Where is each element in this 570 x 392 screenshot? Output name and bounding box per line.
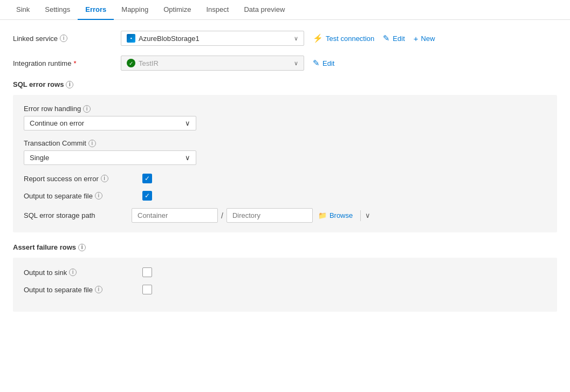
storage-path-label: SQL error storage path [24,211,132,219]
linked-service-chevron-icon: ∨ [294,35,298,42]
assert-output-separate-file-checkbox[interactable] [142,285,152,294]
output-to-sink-label: Output to sink i [24,269,142,277]
transaction-commit-chevron-icon: ∨ [185,154,190,162]
error-row-handling-label: Error row handling i [24,105,546,113]
error-row-handling-info-icon: i [83,105,91,113]
sql-error-rows-box: Error row handling i Continue on error ∨… [13,95,557,232]
linked-service-actions: ⚡ Test connection ✎ Edit + New [313,33,435,43]
path-chevron-icon[interactable]: ∨ [363,211,373,219]
main-content: Linked service i ▪ AzureBlobStorage1 ∨ ⚡… [0,20,570,333]
linked-service-label: Linked service i [13,35,121,43]
integration-runtime-actions: ✎ Edit [313,58,334,68]
browse-button[interactable]: 📁 Browse [313,211,358,219]
test-connection-button[interactable]: ⚡ Test connection [313,33,374,43]
linked-service-dropdown[interactable]: ▪ AzureBlobStorage1 ∨ [121,31,304,46]
sql-error-rows-header: SQL error rows i [13,80,557,88]
container-input[interactable] [132,208,218,223]
report-success-label: Report success on error i [24,175,142,183]
assert-failure-rows-info-icon: i [78,244,86,251]
assert-failure-rows-header: Assert failure rows i [13,243,557,251]
assert-output-separate-file-info-icon: i [95,286,102,293]
error-row-handling-chevron-icon: ∨ [185,119,190,127]
sql-error-rows-section: SQL error rows i Error row handling i Co… [13,80,557,232]
path-separator: / [218,211,226,220]
report-success-checkbox[interactable]: ✓ [142,174,152,183]
test-connection-icon: ⚡ [313,33,323,43]
folder-icon: 📁 [318,211,327,219]
directory-input[interactable] [226,208,313,223]
assert-output-separate-file-label: Output to separate file i [24,286,142,294]
output-separate-file-info-icon: i [95,192,102,200]
output-to-sink-checkbox[interactable] [142,267,152,277]
sql-error-rows-info-icon: i [66,81,73,88]
linked-service-row: Linked service i ▪ AzureBlobStorage1 ∨ ⚡… [13,31,557,46]
transaction-commit-group: Transaction Commit i Single ∨ [24,139,546,165]
tab-mapping[interactable]: Mapping [114,0,156,20]
path-inputs: / 📁 Browse ∨ [132,208,373,223]
integration-runtime-dropdown[interactable]: ✓ TestIR ∨ [121,56,304,71]
transaction-commit-dropdown[interactable]: Single ∨ [24,150,196,165]
output-to-sink-info-icon: i [69,269,77,276]
assert-output-separate-file-row: Output to separate file i [24,285,546,294]
tab-inspect[interactable]: Inspect [198,0,236,20]
output-to-sink-row: Output to sink i [24,267,546,277]
new-linked-service-icon: + [414,34,418,43]
integration-runtime-row: Integration runtime * ✓ TestIR ∨ ✎ Edit [13,56,557,71]
error-row-handling-dropdown[interactable]: Continue on error ∨ [24,116,196,130]
azure-blob-icon: ▪ [127,34,135,43]
tab-data-preview[interactable]: Data preview [236,0,292,20]
tab-errors[interactable]: Errors [78,0,114,20]
report-success-on-error-row: Report success on error i ✓ [24,174,546,183]
tab-bar: Sink Settings Errors Mapping Optimize In… [0,0,570,20]
error-row-handling-group: Error row handling i Continue on error ∨ [24,105,546,130]
runtime-status-icon: ✓ [127,59,135,67]
tab-settings[interactable]: Settings [37,0,78,20]
report-success-info-icon: i [101,175,108,182]
output-separate-file-row: Output to separate file i ✓ [24,191,546,201]
linked-service-info-icon: i [60,35,67,42]
path-divider [360,210,361,221]
assert-failure-rows-section: Assert failure rows i Output to sink i O… [13,243,557,312]
transaction-commit-label: Transaction Commit i [24,139,546,147]
edit-integration-runtime-button[interactable]: ✎ Edit [313,58,334,68]
integration-runtime-label: Integration runtime * [13,59,121,67]
transaction-commit-info-icon: i [88,140,96,147]
new-linked-service-button[interactable]: + New [414,34,435,43]
edit-runtime-icon: ✎ [313,58,320,68]
output-separate-file-checkbox[interactable]: ✓ [142,191,152,201]
sql-error-storage-path-row: SQL error storage path / 📁 Browse ∨ [24,208,546,223]
tab-optimize[interactable]: Optimize [156,0,198,20]
tab-sink[interactable]: Sink [9,0,37,20]
edit-linked-service-button[interactable]: ✎ Edit [383,33,404,43]
assert-failure-rows-box: Output to sink i Output to separate file… [13,258,557,312]
integration-runtime-chevron-icon: ∨ [294,60,298,67]
output-separate-file-label: Output to separate file i [24,192,142,200]
edit-linked-service-icon: ✎ [383,33,390,43]
